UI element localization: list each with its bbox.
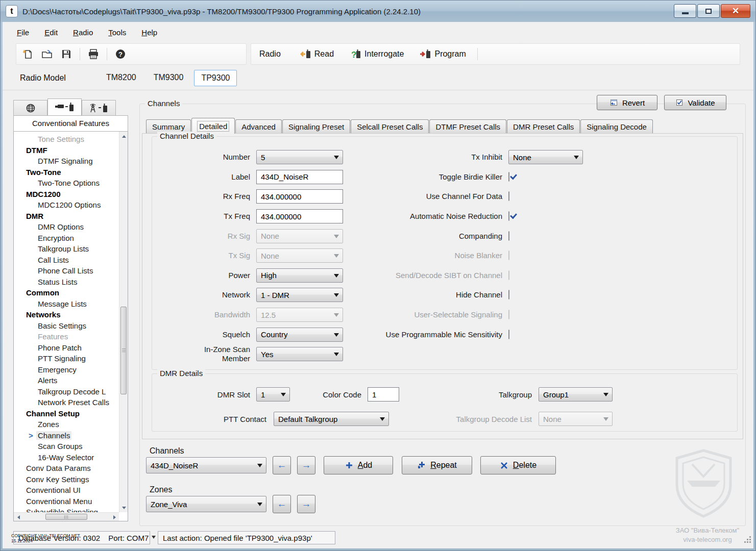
menu-file[interactable]: File [17,28,29,37]
talkgroup-select[interactable]: Group1 [539,387,613,402]
noise-blanker-label: Noise Blanker [349,251,502,260]
tab-dtmf-preset-calls[interactable]: DTMF Preset Calls [429,119,506,133]
automatic-noise-reduction-checkbox[interactable] [508,211,509,221]
bandwidth-label: Bandwidth [159,310,250,319]
tx-freq-label: Tx Freq [159,212,250,221]
menu-help[interactable]: Help [141,28,157,37]
database-version-text: Database Version: 0302 [18,534,100,542]
use-programmable-mic-sensitivity-checkbox[interactable] [508,330,509,339]
save-icon [61,48,72,60]
toggle-birdie-killer-label: Toggle Birdie Killer [349,172,502,182]
close-button[interactable]: ✕ [721,4,750,18]
power-select[interactable]: High [256,268,343,283]
tx-inhibit-select[interactable]: None [508,150,583,164]
automatic-noise-reduction-label: Automatic Noise Reduction [349,212,502,221]
chevron-down-icon [603,417,608,423]
number-label: Number [159,153,250,162]
program-button[interactable]: Program [415,46,470,62]
port-dropdown-arrow-icon[interactable] [152,536,156,541]
tx-freq-input[interactable]: 434.000000 [256,209,343,223]
delete-channel-button[interactable]: Delete [480,456,556,474]
network-select[interactable]: 1 - DMR [256,288,343,302]
toggle-birdie-killer-checkbox[interactable] [508,172,509,182]
save-button[interactable] [60,48,72,60]
menu-edit[interactable]: Edit [44,28,58,37]
application-window: t D:\Docs\Частоты\Codeplugs\Tait\TP9300_… [0,0,756,551]
previous-zone-button[interactable]: ← [273,495,291,513]
rx-freq-input[interactable]: 434.000000 [256,189,343,204]
toolbar-separator [80,48,80,60]
send-decode-sibt-checkbox [508,270,509,280]
tab-signaling-decode[interactable]: Signaling Decode [580,119,653,133]
companding-checkbox[interactable] [508,231,509,241]
print-icon [87,48,100,60]
next-channel-button[interactable]: → [297,456,315,474]
radio-toolbar-label: Radio [259,49,281,59]
port-text: Port: COM7 [108,534,149,542]
file-toolbar-group: ? [16,43,247,65]
add-channel-button[interactable]: Add [324,456,393,474]
use-programmable-mic-sensitivity-label: Use Programmable Mic Sensitivity [349,330,502,339]
minimize-button[interactable] [674,4,696,18]
color-code-input[interactable]: 1 [368,387,399,402]
interrogate-button[interactable]: ? Interrogate [345,46,408,62]
tx-sig-select: None [256,248,343,263]
bandwidth-select: 12.5 [256,308,343,322]
model-tab-tm8200[interactable]: TM8200 [100,70,143,86]
revert-icon [609,98,618,107]
chevron-down-icon [257,464,262,470]
in-zone-scan-member-select[interactable]: Yes [256,347,343,361]
read-button[interactable]: Read [296,46,338,62]
in-zone-scan-member-label: In-Zone Scan Member [159,345,250,363]
validate-button[interactable]: Validate [664,95,726,110]
radio-toolbar-group: Radio Read ? Interrogate Program [251,43,740,65]
squelch-select[interactable]: Country [256,328,343,342]
new-file-button[interactable] [21,48,34,60]
user-selectable-signaling-checkbox [508,310,509,319]
last-action-status: Last action: Opened file 'TP9300_viva.p9… [158,531,335,544]
toolbar-separator [477,48,478,60]
noise-blanker-checkbox [508,251,509,260]
chevron-down-icon [334,235,339,241]
maximize-button[interactable] [697,4,720,18]
tab-dmr-preset-calls[interactable]: DMR Preset Calls [507,119,580,133]
open-file-icon [41,48,53,60]
hide-channel-checkbox[interactable] [508,290,509,299]
hide-channel-label: Hide Channel [349,290,502,299]
previous-channel-button[interactable]: ← [273,456,291,474]
model-tab-tp9300[interactable]: TP9300 [194,70,237,86]
revert-button[interactable]: Revert [597,95,657,110]
window-client-area: File Edit Radio Tools Help [3,22,753,548]
number-select[interactable]: 5 [256,150,343,164]
channels-nav-label: Channels [150,446,184,456]
squelch-label: Squelch [159,330,250,339]
tab-selcall-preset-calls[interactable]: Selcall Preset Calls [351,119,429,133]
menu-tools[interactable]: Tools [108,28,126,37]
rx-sig-select: None [256,229,343,243]
close-icon: ✕ [732,7,739,15]
chevron-down-icon [603,393,608,399]
repeat-channel-button[interactable]: Repeat [402,456,472,474]
menu-radio[interactable]: Radio [73,28,93,37]
statusbar: Database Version: 0302 Port: COM7 Last a… [3,530,753,545]
label-input[interactable]: 434D_NoiseR [256,170,343,184]
resize-grip[interactable] [744,536,752,544]
tab-signaling-preset[interactable]: Signaling Preset [282,119,350,133]
minimize-icon [682,12,689,14]
channel-select[interactable]: 434D_NoiseR [146,457,266,473]
print-button[interactable] [87,48,100,60]
tab-advanced[interactable]: Advanced [235,119,282,133]
next-zone-button[interactable]: → [297,495,315,513]
model-tab-tm9300[interactable]: TM9300 [147,70,190,86]
help-button[interactable]: ? [114,48,127,60]
arrow-left-icon: ← [277,460,287,471]
tab-summary[interactable]: Summary [146,119,191,133]
titlebar: t D:\Docs\Частоты\Codeplugs\Tait\TP9300_… [1,1,755,22]
zone-select[interactable]: Zone_Viva [146,496,266,512]
chevron-down-icon [334,156,339,162]
validate-icon [675,98,684,107]
use-channel-for-data-checkbox[interactable] [508,191,509,201]
ptt-contact-select[interactable]: Default Talkgroup [274,412,389,426]
open-file-button[interactable] [41,48,53,60]
dmr-details-groupbox: DMR Details DMR Slot 1 Color Code 1 Talk… [152,373,738,432]
